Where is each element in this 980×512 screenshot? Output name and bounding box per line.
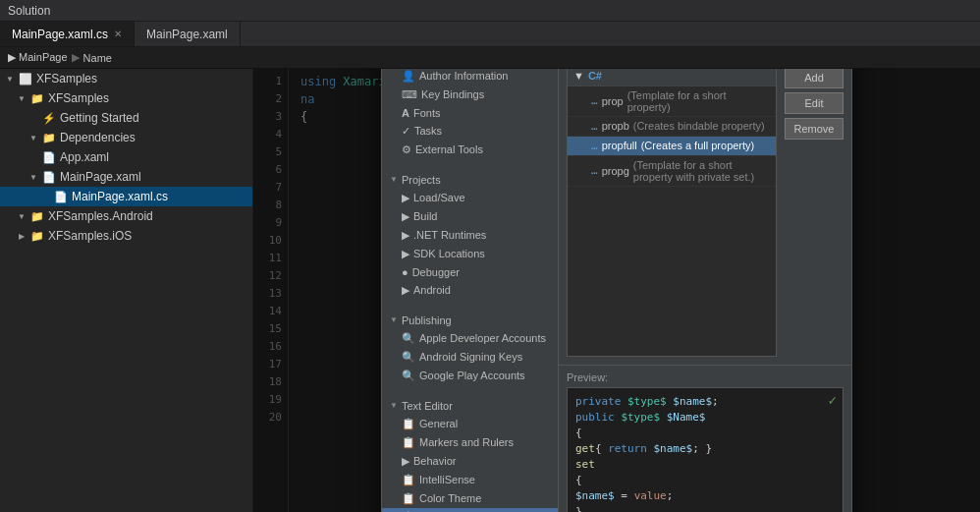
nav-item-icon: ⚙ (402, 143, 411, 156)
nav-item-icon: ▶ (402, 284, 409, 297)
folder-icon: 📁 (29, 228, 45, 244)
nav-item-code-snippets[interactable]: 📋 Code Snippets (382, 508, 558, 513)
folder-icon: 📁 (29, 208, 45, 224)
preview-line: public $type$ $Name$ (575, 410, 835, 426)
content-main: ▼ C# … prop (Template for a short proper… (559, 69, 851, 365)
tree-item-ios[interactable]: ▶ 📁 XFSamples.iOS (0, 226, 252, 246)
modal-body: ▼ Environment 🎨 Visual Style 👤 Author In… (382, 69, 851, 512)
tree-item-mainpage-xaml[interactable]: ▼ 📄 MainPage.xaml (0, 167, 252, 187)
tab-mainpage-xaml-cs[interactable]: MainPage.xaml.cs ✕ (0, 22, 135, 46)
xaml-icon: 📄 (41, 169, 57, 185)
snippet-group-header-cs[interactable]: ▼ C# (568, 69, 776, 86)
nav-section-label: Projects (402, 174, 441, 186)
tree-label: XFSamples.Android (48, 209, 153, 223)
tree-arrow: ▼ (16, 210, 27, 222)
nav-arrow: ▼ (390, 315, 398, 324)
nav-item-icon: 🔍 (402, 332, 415, 345)
nav-item-google-play[interactable]: 🔍 Google Play Accounts (382, 367, 558, 385)
edit-button[interactable]: Edit (785, 92, 844, 114)
nav-item-general[interactable]: 📋 General (382, 415, 558, 433)
nav-item-fonts[interactable]: A Fonts (382, 104, 558, 122)
nav-item-label: External Tools (415, 143, 483, 155)
group-arrow: ▼ (573, 70, 584, 82)
nav-item-intellisense[interactable]: 📋 IntelliSense (382, 471, 558, 489)
solution-icon: ⬜ (18, 71, 33, 86)
tree-item-dependencies[interactable]: ▼ 📁 Dependencies (0, 128, 252, 147)
preview-section: Preview: ✓ private $type$ $name$; public… (559, 365, 851, 513)
tab-label: MainPage.xaml.cs (12, 28, 108, 41)
nav-item-behavior[interactable]: ▶ Behavior (382, 452, 558, 471)
snippet-item-propg[interactable]: … propg (Template for a short property w… (568, 156, 776, 187)
nav-item-load-save[interactable]: ▶ Load/Save (382, 189, 558, 207)
solution-panel: ▼ ⬜ XFSamples ▼ 📁 XFSamples ⚡ Getting St… (0, 69, 253, 512)
remove-button[interactable]: Remove (785, 118, 844, 140)
snippet-item-prop[interactable]: … prop (Template for a short property) (568, 86, 776, 117)
nav-item-android-signing[interactable]: 🔍 Android Signing Keys (382, 348, 558, 367)
snippet-desc: (Template for a short property) (627, 89, 768, 113)
nav-item-icon: ▶ (402, 210, 409, 223)
tree-item-app-xaml[interactable]: 📄 App.xaml (0, 147, 252, 167)
add-button[interactable]: Add (785, 69, 844, 88)
tab-close-icon[interactable]: ✕ (114, 28, 122, 39)
tree-root[interactable]: ▼ ⬜ XFSamples (0, 69, 252, 88)
nav-item-icon: 📋 (402, 418, 415, 430)
preview-line: set (575, 457, 835, 473)
preview-line: { (575, 473, 835, 488)
snippet-item-propb[interactable]: … propb (Creates bindable property) (568, 117, 776, 137)
nav-section-text-editor: ▼ Text Editor 📋 General 📋 Markers and Ru… (382, 391, 558, 513)
nav-item-color-theme[interactable]: 📋 Color Theme (382, 489, 558, 508)
nav-item-label: Markers and Rulers (419, 436, 514, 448)
tree-spacer (39, 191, 51, 202)
tree-item-getting-started[interactable]: ⚡ Getting Started (0, 108, 252, 128)
nav-arrow: ▼ (390, 175, 398, 184)
nav-item-label: Fonts (413, 107, 441, 119)
nav-item-debugger[interactable]: ● Debugger (382, 263, 558, 281)
nav-item-sdk-locations[interactable]: ▶ SDK Locations (382, 245, 558, 263)
breadcrumb-separator: ▶ (72, 51, 80, 64)
nav-item-label: Tasks (414, 125, 442, 137)
snippet-item-propfull[interactable]: … propfull (Creates a full property) (568, 137, 776, 156)
nav-item-external-tools[interactable]: ⚙ External Tools (382, 141, 558, 159)
tree-item-android[interactable]: ▼ 📁 XFSamples.Android (0, 206, 252, 226)
nav-item-label: Apple Developer Accounts (419, 332, 546, 344)
nav-item-label: Load/Save (413, 192, 465, 203)
nav-item-tasks[interactable]: ✓ Tasks (382, 122, 558, 141)
cs-icon: 📄 (53, 189, 69, 204)
tree-item-mainpage-cs[interactable]: 📄 MainPage.xaml.cs (0, 187, 252, 206)
snippet-shortcut: … (591, 140, 598, 152)
nav-item-net-runtimes[interactable]: ▶ .NET Runtimes (382, 226, 558, 245)
nav-item-icon: ▶ (402, 192, 409, 204)
xaml-icon: 📄 (41, 149, 57, 165)
nav-item-label: General (419, 418, 458, 429)
nav-item-author-info[interactable]: 👤 Author Information (382, 69, 558, 85)
folder-icon: 📁 (29, 90, 45, 106)
nav-item-android-proj[interactable]: ▶ Android (382, 281, 558, 300)
nav-section-header-publishing[interactable]: ▼ Publishing (382, 312, 558, 329)
nav-item-markers[interactable]: 📋 Markers and Rulers (382, 433, 558, 452)
tree-spacer (27, 112, 39, 124)
tree-item-xfsamples[interactable]: ▼ 📁 XFSamples (0, 88, 252, 108)
nav-item-label: Key Bindings (421, 88, 484, 100)
nav-item-build[interactable]: ▶ Build (382, 207, 558, 226)
tree-label: MainPage.xaml (60, 170, 141, 184)
group-icon: C# (588, 70, 602, 82)
nav-item-key-bindings[interactable]: ⌨ Key Bindings (382, 85, 558, 104)
tab-bar: MainPage.xaml.cs ✕ MainPage.xaml (0, 22, 980, 47)
breadcrumb-item[interactable]: ▶ MainPage (8, 51, 68, 64)
breadcrumb-item[interactable]: Name (83, 52, 112, 64)
nav-item-icon: ▶ (402, 248, 409, 260)
tab-mainpage-xaml[interactable]: MainPage.xaml (135, 22, 241, 46)
nav-item-label: Android Signing Keys (419, 351, 522, 363)
nav-item-icon: ● (402, 266, 408, 278)
snippet-shortcut-text: propg (602, 165, 629, 177)
nav-item-icon: 📋 (402, 474, 415, 486)
nav-section-header-text-editor[interactable]: ▼ Text Editor (382, 397, 558, 415)
nav-item-label: SDK Locations (413, 248, 485, 259)
tree-arrow: ▼ (27, 171, 39, 183)
tree-arrow: ▼ (27, 132, 39, 143)
snippet-shortcut-text: propfull (602, 140, 637, 151)
nav-item-apple-dev-accounts[interactable]: 🔍 Apple Developer Accounts (382, 329, 558, 348)
preview-line: private $type$ $name$; (575, 394, 835, 410)
top-bar: Solution (0, 0, 980, 22)
nav-section-header-projects[interactable]: ▼ Projects (382, 171, 558, 189)
